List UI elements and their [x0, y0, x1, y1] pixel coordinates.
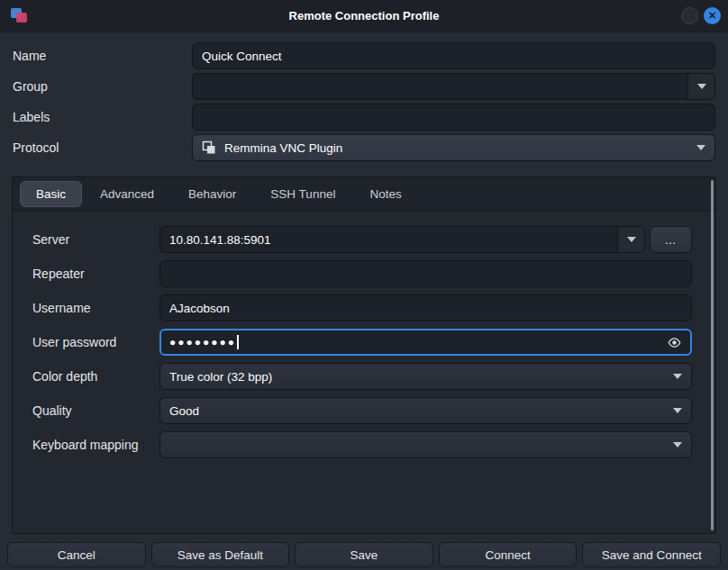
remmina-app-icon	[11, 8, 29, 23]
tab-basic[interactable]: Basic	[20, 181, 82, 207]
tab-notes[interactable]: Notes	[353, 181, 417, 207]
close-button[interactable]: ✕	[704, 7, 721, 24]
keyboard-mapping-select[interactable]	[159, 431, 692, 458]
keyboard-mapping-label: Keyboard mapping	[32, 438, 159, 452]
protocol-label: Protocol	[13, 140, 192, 155]
labels-row: Labels	[13, 102, 715, 132]
quality-label: Quality	[32, 403, 159, 418]
quality-select[interactable]: Good	[159, 397, 692, 424]
basic-tab-content: Server … Repeater Username User password	[13, 212, 715, 458]
cancel-button[interactable]: Cancel	[7, 542, 146, 567]
save-as-default-button[interactable]: Save as Default	[151, 542, 290, 567]
name-row: Name	[13, 41, 715, 71]
chevron-down-icon	[673, 374, 682, 379]
username-row: Username	[32, 294, 692, 321]
group-label: Group	[13, 79, 192, 94]
dialog-button-bar: Cancel Save as Default Save Connect Save…	[0, 542, 728, 567]
server-label: Server	[32, 232, 159, 247]
text-cursor	[237, 335, 239, 349]
minimize-button[interactable]	[681, 7, 698, 24]
chevron-down-icon	[627, 237, 636, 242]
group-row: Group	[13, 71, 715, 102]
username-input[interactable]	[159, 294, 692, 321]
eye-icon	[667, 335, 682, 350]
server-input[interactable]	[159, 226, 617, 253]
chevron-down-icon	[673, 408, 682, 413]
tab-behavior[interactable]: Behavior	[172, 181, 252, 207]
window-title: Remote Connection Profile	[0, 9, 728, 23]
username-label: Username	[32, 301, 159, 315]
color-depth-selected-value: True color (32 bpp)	[169, 370, 272, 384]
group-input[interactable]	[192, 73, 687, 100]
keyboard-mapping-row: Keyboard mapping	[32, 431, 692, 458]
tab-strip: Basic Advanced Behavior SSH Tunnel Notes	[13, 177, 715, 212]
save-and-connect-button[interactable]: Save and Connect	[582, 542, 721, 567]
color-depth-select[interactable]: True color (32 bpp)	[159, 363, 692, 390]
titlebar: Remote Connection Profile ✕	[0, 0, 728, 32]
name-label: Name	[13, 49, 192, 63]
password-dots: ●●●●●●●●	[169, 336, 236, 348]
user-password-row: User password ●●●●●●●●	[32, 329, 692, 356]
color-depth-label: Color depth	[32, 369, 159, 384]
repeater-row: Repeater	[32, 260, 692, 287]
chevron-down-icon	[696, 145, 705, 150]
chevron-down-icon	[697, 84, 706, 89]
save-button[interactable]: Save	[295, 542, 433, 567]
connect-button[interactable]: Connect	[439, 542, 578, 567]
protocol-row: Protocol Remmina VNC Plugin	[13, 132, 715, 163]
repeater-input[interactable]	[159, 260, 692, 287]
show-password-button[interactable]	[667, 335, 682, 350]
chevron-down-icon	[673, 442, 682, 448]
user-password-input[interactable]: ●●●●●●●●	[159, 329, 692, 356]
color-depth-row: Color depth True color (32 bpp)	[32, 363, 692, 390]
panel-scrollbar[interactable]	[711, 180, 714, 530]
protocol-select[interactable]: Remmina VNC Plugin	[192, 134, 715, 161]
user-password-label: User password	[32, 335, 159, 349]
group-dropdown-button[interactable]	[687, 73, 715, 100]
profile-header-form: Name Group Labels Protocol Remmin	[0, 32, 728, 163]
repeater-label: Repeater	[32, 267, 159, 281]
protocol-selected-value: Remmina VNC Plugin	[224, 141, 342, 155]
name-input[interactable]	[192, 42, 715, 69]
server-row: Server …	[32, 226, 692, 253]
labels-input[interactable]	[192, 104, 715, 131]
labels-label: Labels	[13, 110, 192, 124]
close-icon: ✕	[708, 10, 716, 22]
tab-ssh-tunnel[interactable]: SSH Tunnel	[254, 181, 351, 207]
quality-row: Quality Good	[32, 397, 692, 424]
vnc-plugin-icon	[202, 140, 216, 155]
quality-selected-value: Good	[169, 404, 199, 418]
server-dropdown-button[interactable]	[617, 226, 645, 253]
tab-advanced[interactable]: Advanced	[84, 181, 170, 207]
settings-notebook: Basic Advanced Behavior SSH Tunnel Notes…	[12, 176, 716, 534]
server-browse-button[interactable]: …	[650, 226, 692, 253]
